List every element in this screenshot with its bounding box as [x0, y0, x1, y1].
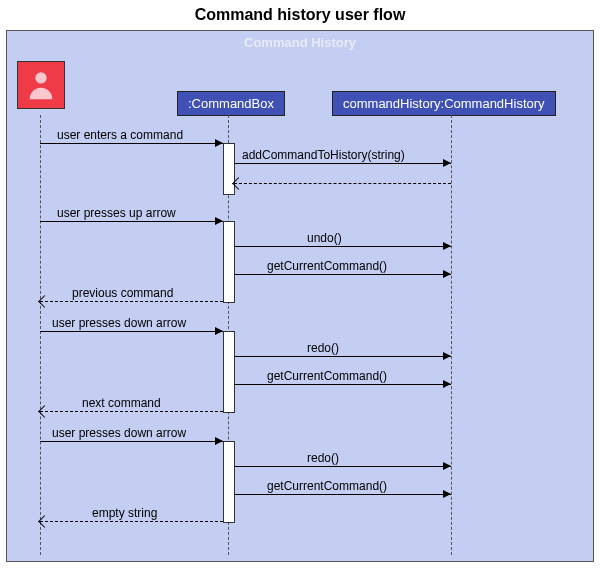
arrow-head-icon	[443, 270, 451, 278]
arrow	[40, 331, 223, 332]
arrow	[40, 143, 223, 144]
msg-label: empty string	[92, 506, 157, 520]
arrow-head-icon	[443, 352, 451, 360]
arrow-head-icon	[443, 462, 451, 470]
arrow	[234, 466, 451, 467]
arrow-return	[40, 521, 223, 522]
msg-label: getCurrentCommand()	[267, 369, 387, 383]
msg-label: getCurrentCommand()	[267, 259, 387, 273]
arrow	[234, 356, 451, 357]
msg-label: addCommandToHistory(string)	[242, 148, 405, 162]
msg-label: getCurrentCommand()	[267, 479, 387, 493]
arrow	[234, 163, 451, 164]
activation-bar	[223, 441, 235, 523]
diagram-title: Command history user flow	[0, 0, 600, 30]
arrow-head-icon	[215, 327, 223, 335]
arrow-return	[40, 411, 223, 412]
arrow-head-icon	[215, 217, 223, 225]
msg-label: user presses up arrow	[57, 206, 176, 220]
arrow-return	[40, 301, 223, 302]
msg-label: user presses down arrow	[52, 426, 186, 440]
sequence-frame: Command History :CommandBox commandHisto…	[6, 30, 594, 562]
activation-bar	[223, 143, 235, 195]
msg-label: previous command	[72, 286, 173, 300]
arrow	[40, 221, 223, 222]
msg-label: undo()	[307, 231, 342, 245]
arrow-head-icon	[215, 437, 223, 445]
arrow	[234, 274, 451, 275]
activation-bar	[223, 331, 235, 413]
arrow-return	[234, 183, 451, 184]
arrow-head-icon	[443, 490, 451, 498]
activation-bar	[223, 221, 235, 303]
arrow-head-icon	[443, 159, 451, 167]
msg-label: redo()	[307, 451, 339, 465]
arrow	[234, 494, 451, 495]
msg-label: user enters a command	[57, 128, 183, 142]
lifeline-actor	[40, 115, 41, 555]
arrow-head-icon	[215, 139, 223, 147]
frame-label: Command History	[244, 35, 356, 50]
participant-commandbox: :CommandBox	[177, 91, 285, 116]
arrow	[234, 384, 451, 385]
svg-point-0	[35, 72, 46, 83]
arrow-head-icon	[443, 242, 451, 250]
arrow	[234, 246, 451, 247]
msg-label: redo()	[307, 341, 339, 355]
msg-label: next command	[82, 396, 161, 410]
msg-label: user presses down arrow	[52, 316, 186, 330]
arrow-head-icon	[443, 380, 451, 388]
arrow	[40, 441, 223, 442]
participant-commandhistory: commandHistory:CommandHistory	[332, 91, 556, 116]
lifeline-commandhistory	[451, 115, 452, 555]
actor-icon	[17, 61, 65, 109]
